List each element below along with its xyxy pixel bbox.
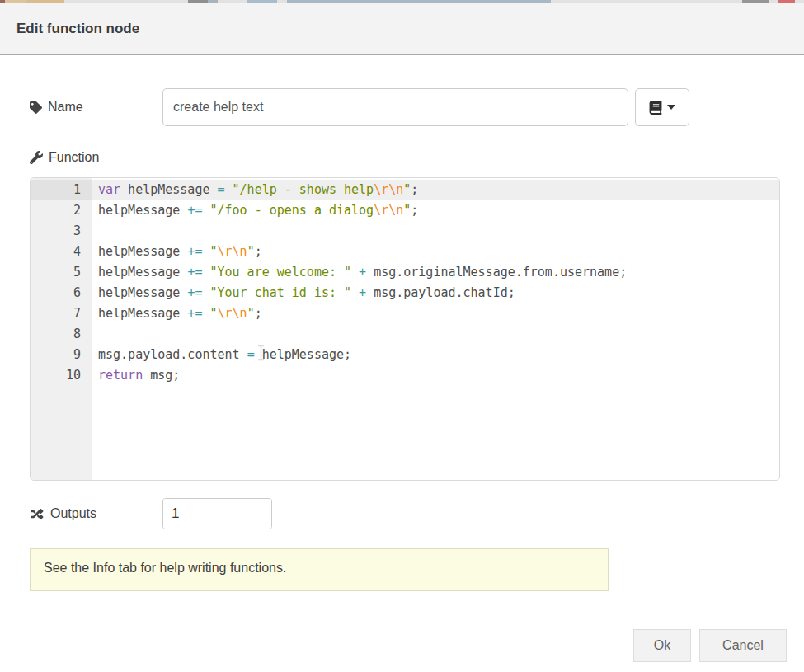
line-number: 10 [31,365,92,386]
screen: Edit function node Name Function 1234567… [0,0,804,672]
wrench-icon [30,151,43,164]
line-number: 8 [31,324,92,345]
code-line[interactable] [92,324,779,345]
line-number: 9 [31,345,92,365]
code-line[interactable]: helpMessage += "\r\n"; [92,242,779,262]
caret-down-icon [667,105,675,110]
editor-gutter: 12345678910 [31,178,92,480]
editor-code[interactable]: var helpMessage = "/help - shows help\r\… [92,178,779,480]
code-line[interactable]: helpMessage += "\r\n"; [92,303,779,324]
line-number: 6 [31,283,92,303]
name-input[interactable] [162,88,628,126]
function-label: Function [30,148,99,167]
outputs-label: Outputs [30,498,96,529]
line-number: 5 [31,262,92,283]
cancel-button[interactable]: Cancel [699,629,787,662]
text-cursor-ibeam [256,345,266,361]
ok-button[interactable]: Ok [633,629,691,662]
line-number: 3 [31,221,92,242]
info-tip: See the Info tab for help writing functi… [30,548,609,591]
library-menu-button[interactable] [635,88,689,126]
code-line[interactable]: helpMessage += "Your chat id is: " + msg… [92,283,779,303]
code-line[interactable]: helpMessage += "You are welcome: " + msg… [92,262,779,283]
info-tip-text: See the Info tab for help writing functi… [44,561,286,575]
name-label-text: Name [48,100,83,115]
outputs-label-text: Outputs [50,506,96,521]
code-line[interactable] [92,221,779,242]
name-label: Name [30,88,83,126]
outputs-spinner [162,498,272,529]
edit-function-node-dialog: Edit function node Name Function 1234567… [0,3,804,672]
dialog-header: Edit function node [0,3,804,55]
code-line[interactable]: msg.payload.content = helpMessage; [92,345,779,365]
outputs-input[interactable] [163,499,272,529]
dialog-title: Edit function node [16,21,139,37]
function-code-editor[interactable]: 12345678910 var helpMessage = "/help - s… [30,177,780,481]
tag-icon [30,101,42,114]
code-line[interactable]: return msg; [92,365,779,386]
code-line[interactable]: var helpMessage = "/help - shows help\r\… [92,180,779,200]
line-number: 2 [31,200,92,221]
line-number: 7 [31,303,92,324]
line-number: 4 [31,242,92,262]
code-line[interactable]: helpMessage += "/foo - opens a dialog\r\… [92,200,779,221]
line-number: 1 [31,180,92,200]
shuffle-icon [30,508,45,520]
function-label-text: Function [49,150,99,165]
book-icon [649,101,662,115]
